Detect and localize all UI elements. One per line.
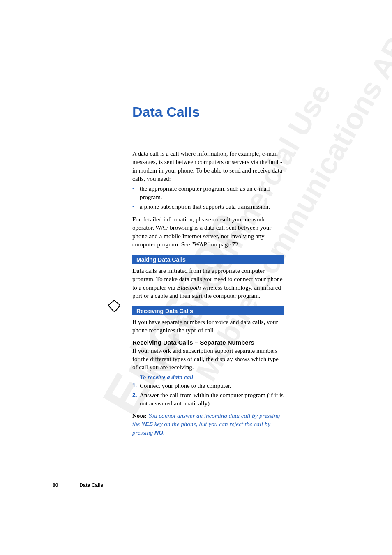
chapter-title: Data Calls	[132, 104, 284, 120]
note-block: Note: You cannot answer an incoming data…	[132, 412, 284, 437]
margin-note-icon	[108, 299, 121, 312]
bluetooth-italic: Bluetooth	[177, 284, 201, 291]
step-text: Answer the call from within the computer…	[140, 391, 284, 408]
step-item: 2. Answer the call from within the compu…	[132, 391, 284, 408]
content-column: Data Calls A data call is a call where i…	[132, 104, 284, 437]
page-root: Ericsson Not for Commercial Use Mobile C…	[0, 0, 392, 555]
procedure-title: To receive a data call	[140, 374, 284, 381]
no-key: NO	[154, 429, 163, 436]
note-body-fragment: key on the phone, but you can reject the…	[132, 421, 270, 435]
section-heading-label: Making Data Calls	[136, 256, 186, 263]
intro-paragraph: A data call is a call where information,…	[132, 150, 284, 183]
separate-numbers-paragraph: If your network and subscription support…	[132, 347, 284, 372]
page-footer: 80 Data Calls	[53, 482, 103, 488]
subheading-separate-numbers: Receiving Data Calls – Separate Numbers	[132, 339, 284, 346]
section-heading-receiving: Receiving Data Calls	[132, 306, 284, 315]
bullet-item: • a phone subscription that supports dat…	[132, 203, 284, 211]
step-item: 1. Connect your phone to the computer.	[132, 382, 284, 390]
receiving-paragraph: If you have separate numbers for voice a…	[132, 318, 284, 335]
intro-paragraph-2: For detailed information, please consult…	[132, 215, 284, 249]
note-label: Note:	[132, 412, 147, 419]
step-number: 1.	[132, 382, 140, 390]
bullet-text: the appropriate computer program, such a…	[140, 184, 284, 202]
bullet-icon: •	[132, 184, 140, 202]
yes-key: YES	[141, 421, 153, 427]
section-heading-making: Making Data Calls	[132, 255, 284, 264]
bullet-text: a phone subscription that supports data …	[140, 203, 284, 211]
bullet-item: • the appropriate computer program, such…	[132, 184, 284, 202]
step-number: 2.	[132, 391, 140, 408]
page-number: 80	[53, 482, 58, 488]
diamond-outline-icon	[108, 299, 121, 312]
bullet-icon: •	[132, 203, 140, 211]
footer-chapter-title: Data Calls	[79, 482, 103, 488]
note-body-fragment: .	[163, 429, 165, 436]
making-paragraph: Data calls are initiated from the approp…	[132, 267, 284, 300]
step-text: Connect your phone to the computer.	[140, 382, 284, 390]
section-heading-label: Receiving Data Calls	[136, 308, 193, 314]
